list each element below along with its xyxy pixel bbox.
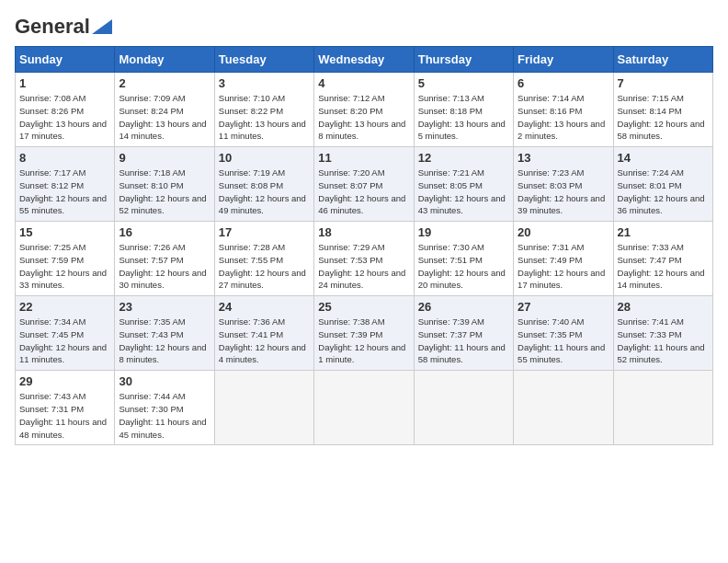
cell-info: Sunrise: 7:31 AMSunset: 7:49 PMDaylight:… (518, 241, 609, 292)
calendar-week-row: 15Sunrise: 7:25 AMSunset: 7:59 PMDayligh… (16, 222, 713, 296)
day-number: 10 (219, 151, 310, 165)
day-number: 1 (19, 76, 110, 90)
day-number: 30 (119, 374, 210, 388)
calendar-cell: 14Sunrise: 7:24 AMSunset: 8:01 PMDayligh… (613, 147, 712, 222)
calendar-cell: 26Sunrise: 7:39 AMSunset: 7:37 PMDayligh… (414, 296, 513, 371)
calendar-cell: 25Sunrise: 7:38 AMSunset: 7:39 PMDayligh… (314, 296, 414, 371)
day-number: 26 (418, 300, 509, 314)
calendar-cell: 11Sunrise: 7:20 AMSunset: 8:07 PMDayligh… (314, 147, 414, 222)
calendar-cell: 29Sunrise: 7:43 AMSunset: 7:31 PMDayligh… (16, 371, 115, 445)
cell-info: Sunrise: 7:12 AMSunset: 8:20 PMDaylight:… (318, 92, 409, 143)
day-number: 7 (618, 76, 709, 90)
calendar-cell: 3Sunrise: 7:10 AMSunset: 8:22 PMDaylight… (214, 73, 313, 147)
calendar-cell: 13Sunrise: 7:23 AMSunset: 8:03 PMDayligh… (514, 147, 613, 222)
cell-info: Sunrise: 7:25 AMSunset: 7:59 PMDaylight:… (19, 241, 110, 292)
calendar-week-row: 22Sunrise: 7:34 AMSunset: 7:45 PMDayligh… (16, 296, 713, 371)
cell-info: Sunrise: 7:41 AMSunset: 7:33 PMDaylight:… (618, 316, 709, 366)
calendar-cell: 30Sunrise: 7:44 AMSunset: 7:30 PMDayligh… (115, 371, 214, 445)
cell-info: Sunrise: 7:26 AMSunset: 7:57 PMDaylight:… (119, 241, 210, 292)
calendar-week-row: 8Sunrise: 7:17 AMSunset: 8:12 PMDaylight… (16, 147, 713, 222)
cell-info: Sunrise: 7:15 AMSunset: 8:14 PMDaylight:… (618, 92, 709, 143)
calendar-week-row: 1Sunrise: 7:08 AMSunset: 8:26 PMDaylight… (16, 73, 713, 147)
calendar-cell: 8Sunrise: 7:17 AMSunset: 8:12 PMDaylight… (16, 147, 115, 222)
calendar-week-row: 29Sunrise: 7:43 AMSunset: 7:31 PMDayligh… (16, 371, 713, 445)
day-number: 5 (418, 76, 509, 90)
calendar-cell: 7Sunrise: 7:15 AMSunset: 8:14 PMDaylight… (613, 73, 712, 147)
calendar-cell: 2Sunrise: 7:09 AMSunset: 8:24 PMDaylight… (115, 73, 214, 147)
calendar-cell: 20Sunrise: 7:31 AMSunset: 7:49 PMDayligh… (514, 222, 613, 296)
cell-info: Sunrise: 7:40 AMSunset: 7:35 PMDaylight:… (518, 316, 609, 366)
logo: General (15, 15, 112, 35)
cell-info: Sunrise: 7:08 AMSunset: 8:26 PMDaylight:… (19, 92, 110, 143)
cell-info: Sunrise: 7:44 AMSunset: 7:30 PMDaylight:… (119, 390, 210, 441)
cell-info: Sunrise: 7:28 AMSunset: 7:55 PMDaylight:… (219, 241, 310, 292)
col-header-friday: Friday (514, 47, 613, 73)
day-number: 16 (119, 225, 210, 239)
day-number: 9 (119, 151, 210, 165)
day-number: 11 (318, 151, 409, 165)
cell-info: Sunrise: 7:43 AMSunset: 7:31 PMDaylight:… (19, 390, 110, 441)
calendar-cell (613, 371, 712, 445)
day-number: 22 (19, 300, 110, 314)
day-number: 15 (19, 225, 110, 239)
cell-info: Sunrise: 7:35 AMSunset: 7:43 PMDaylight:… (119, 316, 210, 366)
calendar-cell: 27Sunrise: 7:40 AMSunset: 7:35 PMDayligh… (514, 296, 613, 371)
cell-info: Sunrise: 7:30 AMSunset: 7:51 PMDaylight:… (418, 241, 509, 292)
page-header: General (15, 15, 713, 35)
calendar-cell (314, 371, 414, 445)
cell-info: Sunrise: 7:29 AMSunset: 7:53 PMDaylight:… (318, 241, 409, 292)
calendar-cell: 12Sunrise: 7:21 AMSunset: 8:05 PMDayligh… (414, 147, 513, 222)
col-header-thursday: Thursday (414, 47, 513, 73)
cell-info: Sunrise: 7:34 AMSunset: 7:45 PMDaylight:… (19, 316, 110, 366)
cell-info: Sunrise: 7:39 AMSunset: 7:37 PMDaylight:… (418, 316, 509, 366)
calendar-header-row: SundayMondayTuesdayWednesdayThursdayFrid… (16, 47, 713, 73)
day-number: 13 (518, 151, 609, 165)
calendar-cell: 4Sunrise: 7:12 AMSunset: 8:20 PMDaylight… (314, 73, 414, 147)
cell-info: Sunrise: 7:38 AMSunset: 7:39 PMDaylight:… (318, 316, 409, 366)
cell-info: Sunrise: 7:14 AMSunset: 8:16 PMDaylight:… (518, 92, 609, 143)
day-number: 23 (119, 300, 210, 314)
calendar-cell: 24Sunrise: 7:36 AMSunset: 7:41 PMDayligh… (214, 296, 313, 371)
cell-info: Sunrise: 7:17 AMSunset: 8:12 PMDaylight:… (19, 167, 110, 217)
cell-info: Sunrise: 7:09 AMSunset: 8:24 PMDaylight:… (119, 92, 210, 143)
calendar-cell: 22Sunrise: 7:34 AMSunset: 7:45 PMDayligh… (16, 296, 115, 371)
day-number: 21 (618, 225, 709, 239)
calendar-cell: 6Sunrise: 7:14 AMSunset: 8:16 PMDaylight… (514, 73, 613, 147)
day-number: 17 (219, 225, 310, 239)
calendar-table: SundayMondayTuesdayWednesdayThursdayFrid… (15, 46, 713, 445)
calendar-cell: 15Sunrise: 7:25 AMSunset: 7:59 PMDayligh… (16, 222, 115, 296)
day-number: 19 (418, 225, 509, 239)
logo-general: General (15, 15, 90, 39)
day-number: 12 (418, 151, 509, 165)
calendar-cell: 21Sunrise: 7:33 AMSunset: 7:47 PMDayligh… (613, 222, 712, 296)
col-header-saturday: Saturday (613, 47, 712, 73)
day-number: 2 (119, 76, 210, 90)
cell-info: Sunrise: 7:23 AMSunset: 8:03 PMDaylight:… (518, 167, 609, 217)
calendar-cell: 1Sunrise: 7:08 AMSunset: 8:26 PMDaylight… (16, 73, 115, 147)
col-header-wednesday: Wednesday (314, 47, 414, 73)
col-header-monday: Monday (115, 47, 214, 73)
cell-info: Sunrise: 7:21 AMSunset: 8:05 PMDaylight:… (418, 167, 509, 217)
calendar-cell: 16Sunrise: 7:26 AMSunset: 7:57 PMDayligh… (115, 222, 214, 296)
calendar-cell: 23Sunrise: 7:35 AMSunset: 7:43 PMDayligh… (115, 296, 214, 371)
cell-info: Sunrise: 7:33 AMSunset: 7:47 PMDaylight:… (618, 241, 709, 292)
calendar-cell: 5Sunrise: 7:13 AMSunset: 8:18 PMDaylight… (414, 73, 513, 147)
day-number: 3 (219, 76, 310, 90)
svg-marker-0 (92, 19, 112, 34)
day-number: 14 (618, 151, 709, 165)
cell-info: Sunrise: 7:13 AMSunset: 8:18 PMDaylight:… (418, 92, 509, 143)
calendar-cell (514, 371, 613, 445)
cell-info: Sunrise: 7:20 AMSunset: 8:07 PMDaylight:… (318, 167, 409, 217)
cell-info: Sunrise: 7:19 AMSunset: 8:08 PMDaylight:… (219, 167, 310, 217)
calendar-cell: 19Sunrise: 7:30 AMSunset: 7:51 PMDayligh… (414, 222, 513, 296)
cell-info: Sunrise: 7:18 AMSunset: 8:10 PMDaylight:… (119, 167, 210, 217)
day-number: 24 (219, 300, 310, 314)
day-number: 18 (318, 225, 409, 239)
cell-info: Sunrise: 7:36 AMSunset: 7:41 PMDaylight:… (219, 316, 310, 366)
calendar-cell: 10Sunrise: 7:19 AMSunset: 8:08 PMDayligh… (214, 147, 313, 222)
calendar-cell (414, 371, 513, 445)
calendar-cell: 17Sunrise: 7:28 AMSunset: 7:55 PMDayligh… (214, 222, 313, 296)
calendar-cell: 18Sunrise: 7:29 AMSunset: 7:53 PMDayligh… (314, 222, 414, 296)
logo-icon (92, 19, 112, 34)
calendar-cell: 28Sunrise: 7:41 AMSunset: 7:33 PMDayligh… (613, 296, 712, 371)
